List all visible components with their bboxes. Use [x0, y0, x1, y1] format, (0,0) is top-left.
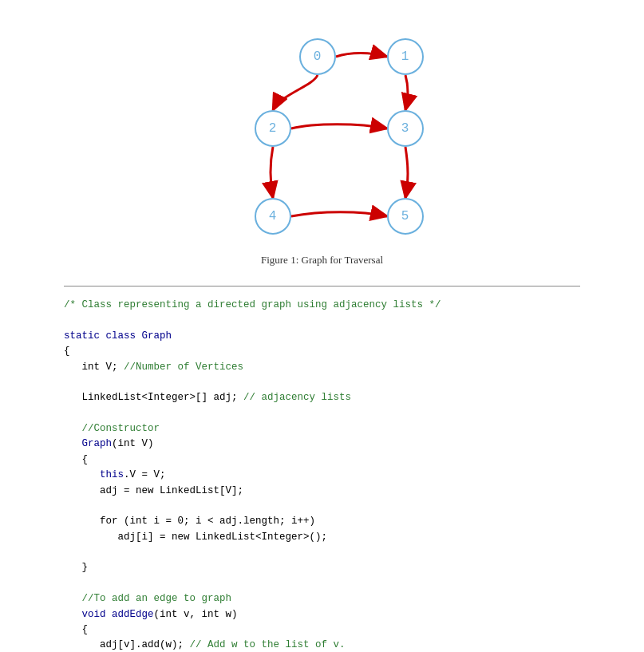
code-line-addedge-brace: {: [64, 622, 580, 638]
code-line-constructor-brace: {: [64, 452, 580, 468]
code-line-blank-5: [64, 576, 580, 591]
code-line-adj-i: adj[i] = new LinkedList<Integer>();: [64, 530, 580, 545]
code-comment-1: /* Class representing a directed graph u…: [64, 298, 580, 313]
figure-caption: Figure 1: Graph for Traversal: [261, 254, 383, 267]
code-line-this-v: this.V = V;: [64, 468, 580, 483]
code-line-adj-new: adj = new LinkedList[V];: [64, 484, 580, 499]
code-line-blank-0: [64, 313, 580, 328]
graph-diagram: 0 1 2 3 4 5: [195, 24, 450, 247]
top-separator: [64, 286, 580, 286]
code-block: /* Class representing a directed graph u…: [64, 298, 580, 652]
code-line-constructor-comment: //Constructor: [64, 421, 580, 437]
node-2: 2: [255, 110, 291, 147]
node-1: 1: [387, 38, 424, 75]
node-4: 4: [255, 198, 291, 235]
code-line-int-v: int V; //Number of Vertices: [64, 360, 580, 375]
code-line-blank-3: [64, 499, 580, 514]
code-line-static: static class Graph: [64, 329, 580, 344]
code-line-addedge-comment: //To add an edge to graph: [64, 591, 580, 607]
code-line-linkedlist: LinkedList<Integer>[] adj; // adjacency …: [64, 390, 580, 405]
node-0: 0: [299, 38, 336, 75]
code-line-blank-4: [64, 545, 580, 560]
code-line-blank-1: [64, 375, 580, 390]
code-line-constructor: Graph(int V): [64, 437, 580, 452]
code-line-adj-add: adj[v].add(w); // Add w to the list of v…: [64, 638, 580, 652]
code-line-brace-open: {: [64, 344, 580, 359]
node-5: 5: [387, 198, 424, 235]
code-line-close-constructor: }: [64, 560, 580, 575]
code-line-for: for (int i = 0; i < adj.length; i++): [64, 514, 580, 529]
code-line-blank-2: [64, 406, 580, 421]
code-line-addedge: void addEdge(int v, int w): [64, 607, 580, 622]
node-3: 3: [387, 110, 424, 147]
page: 0 1 2 3 4 5 Figure 1: Graph for Traversa…: [0, 0, 644, 652]
